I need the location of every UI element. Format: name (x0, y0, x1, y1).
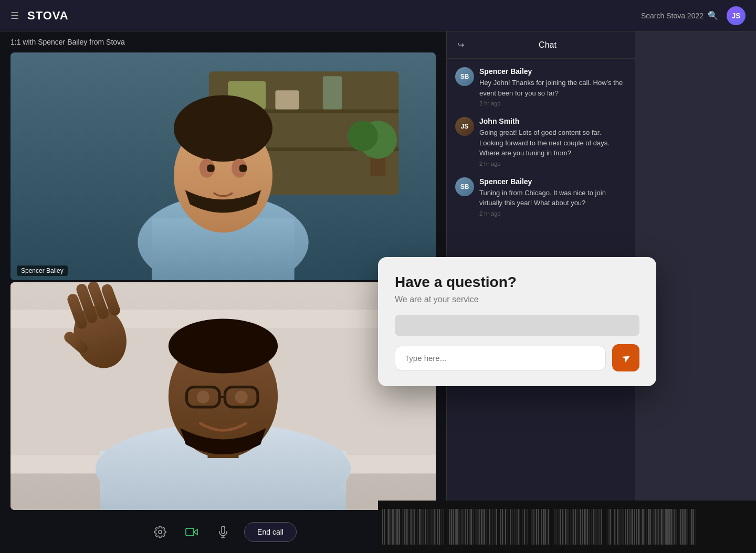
session-title: 1:1 with Spencer Bailey from Stova (0, 31, 446, 52)
avatar-initials: SB (455, 67, 474, 86)
svg-point-9 (348, 121, 378, 151)
hamburger-icon[interactable]: ☰ (10, 10, 19, 22)
help-subtitle: We are at your service (395, 295, 639, 304)
chat-title: Chat (470, 40, 625, 50)
chat-bubble: John Smith Going great! Lots of good con… (479, 117, 627, 167)
avatar-label: JS (731, 12, 740, 20)
avatar-john: JS (455, 117, 474, 136)
svg-rect-17 (207, 164, 214, 172)
video-feed-top: Spencer Bailey (10, 52, 436, 280)
video-feed-bottom: Ith (10, 282, 436, 510)
search-bar[interactable]: Search Stova 2022 🔍 (641, 10, 718, 20)
app-logo: STOVA (27, 9, 69, 23)
avatar-spencer-1: SB (455, 67, 474, 86)
search-icon: 🔍 (708, 10, 718, 20)
help-input-row: ➤ (395, 344, 639, 371)
avatar-initials: SB (455, 177, 474, 196)
participant-label-top: Spencer Bailey (17, 265, 68, 276)
chat-text: Hey John! Thanks for joining the call. H… (479, 78, 627, 98)
svg-marker-40 (194, 529, 197, 535)
svg-point-39 (159, 530, 162, 534)
avatar-initials: JS (455, 117, 474, 136)
settings-button[interactable] (150, 522, 171, 543)
chat-header: ↪ Chat (447, 31, 635, 59)
chat-time: 2 hr ago (479, 210, 627, 217)
send-icon: ➤ (619, 350, 633, 365)
search-text: Search Stova 2022 (641, 12, 704, 20)
help-send-button[interactable]: ➤ (612, 344, 639, 371)
chat-exit-icon[interactable]: ↪ (457, 40, 464, 50)
chat-text: Tuning in from Chicago. It was nice to j… (479, 188, 627, 208)
svg-point-30 (197, 391, 209, 403)
camera-button[interactable] (181, 522, 202, 543)
chat-message: SB Spencer Bailey Hey John! Thanks for j… (455, 67, 627, 107)
svg-point-14 (174, 95, 272, 162)
chat-sender: John Smith (479, 117, 627, 125)
app-header: ☰ STOVA Search Stova 2022 🔍 JS (0, 0, 756, 31)
avatar-spencer-2: SB (455, 177, 474, 196)
help-blur-row (395, 315, 639, 336)
chat-bubble: Spencer Bailey Tuning in from Chicago. I… (479, 177, 627, 217)
help-widget: Have a question? We are at your service … (378, 257, 656, 386)
barcode-lines: // Generate barcode-like lines const con… (378, 501, 756, 553)
chat-message: SB Spencer Bailey Tuning in from Chicago… (455, 177, 627, 217)
microphone-button[interactable] (213, 522, 234, 543)
chat-text: Going great! Lots of good content so far… (479, 127, 627, 158)
svg-rect-18 (239, 164, 247, 172)
end-call-button[interactable]: End call (244, 522, 297, 542)
chat-time: 2 hr ago (479, 100, 627, 107)
user-avatar[interactable]: JS (727, 6, 746, 25)
svg-rect-6 (323, 76, 342, 109)
chat-sender: Spencer Bailey (479, 67, 627, 76)
svg-rect-5 (275, 90, 299, 109)
svg-rect-41 (186, 528, 194, 536)
chat-sender: Spencer Bailey (479, 177, 627, 186)
chat-bubble: Spencer Bailey Hey John! Thanks for join… (479, 67, 627, 107)
chat-time: 2 hr ago (479, 161, 627, 167)
chat-message: JS John Smith Going great! Lots of good … (455, 117, 627, 167)
barcode-area: // Generate barcode-like lines const con… (378, 501, 756, 553)
header-right: Search Stova 2022 🔍 JS (641, 6, 746, 25)
svg-point-26 (169, 318, 278, 373)
help-input-field[interactable] (395, 346, 606, 370)
svg-point-31 (235, 391, 248, 403)
help-title: Have a question? (395, 274, 639, 291)
